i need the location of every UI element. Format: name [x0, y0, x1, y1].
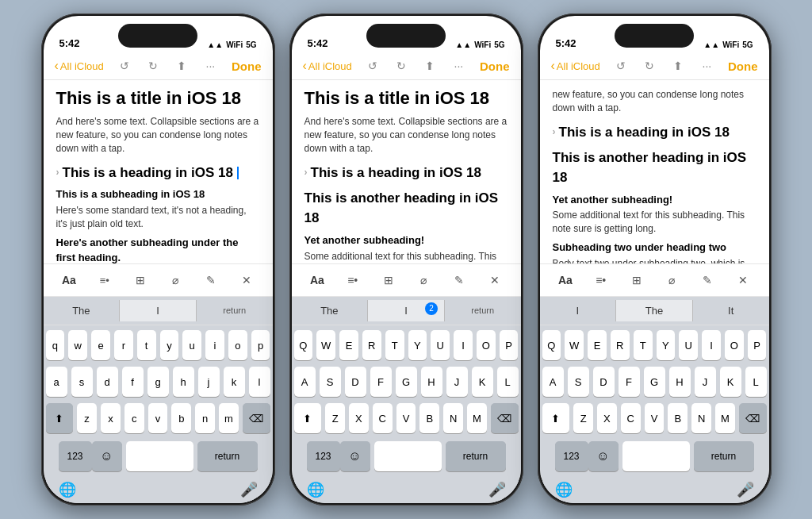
- key-E-3[interactable]: E: [588, 330, 607, 360]
- key-Z-2[interactable]: Z: [325, 403, 345, 433]
- key-K-3[interactable]: K: [720, 367, 741, 397]
- done-button-2[interactable]: Done: [480, 60, 510, 73]
- key-L-2[interactable]: L: [497, 367, 519, 397]
- key-l-1[interactable]: l: [249, 367, 270, 397]
- key-I-2[interactable]: I: [454, 330, 473, 360]
- done-button-1[interactable]: Done: [232, 60, 262, 73]
- key-F-3[interactable]: F: [619, 367, 640, 397]
- mic-icon-1[interactable]: 🎤: [240, 481, 258, 498]
- format-table-2[interactable]: ⊞: [376, 269, 401, 291]
- key-C-3[interactable]: C: [621, 403, 641, 433]
- globe-icon-2[interactable]: 🌐: [307, 481, 324, 498]
- key-J-2[interactable]: J: [446, 367, 468, 397]
- key-numbers-2[interactable]: 123: [307, 441, 340, 471]
- key-A-2[interactable]: A: [294, 367, 316, 397]
- key-D-3[interactable]: D: [593, 367, 615, 397]
- back-button-1[interactable]: ‹ All iCloud: [55, 59, 104, 73]
- key-R-2[interactable]: R: [362, 330, 381, 360]
- key-O-2[interactable]: O: [477, 330, 496, 360]
- key-Y-3[interactable]: Y: [657, 330, 676, 360]
- share-icon-3[interactable]: ⬆: [669, 57, 687, 75]
- key-s-1[interactable]: s: [71, 367, 93, 397]
- key-y-1[interactable]: y: [160, 330, 179, 360]
- key-F-2[interactable]: F: [370, 367, 392, 397]
- format-aa-1[interactable]: Aa: [56, 269, 82, 291]
- key-e-1[interactable]: e: [91, 330, 110, 360]
- format-pen-3[interactable]: ✎: [695, 269, 720, 291]
- more-icon-2[interactable]: ···: [450, 57, 467, 75]
- key-B-3[interactable]: B: [668, 403, 688, 433]
- key-f-1[interactable]: f: [122, 367, 144, 397]
- undo-icon-1[interactable]: ↺: [116, 57, 133, 75]
- key-M-2[interactable]: M: [467, 403, 487, 433]
- format-pen-1[interactable]: ✎: [198, 269, 224, 291]
- key-I-3[interactable]: I: [702, 330, 721, 360]
- key-W-3[interactable]: W: [565, 330, 584, 360]
- key-R-3[interactable]: R: [611, 330, 630, 360]
- key-T-2[interactable]: T: [385, 330, 404, 360]
- key-V-2[interactable]: V: [396, 403, 416, 433]
- undo-icon-2[interactable]: ↺: [364, 57, 381, 75]
- key-S-2[interactable]: S: [320, 367, 341, 397]
- predictive-1b[interactable]: I: [120, 300, 197, 322]
- key-x-1[interactable]: x: [101, 403, 121, 433]
- key-O-3[interactable]: O: [725, 330, 744, 360]
- key-space-1[interactable]: [126, 441, 193, 471]
- key-z-1[interactable]: z: [77, 403, 97, 433]
- key-w-1[interactable]: w: [68, 330, 87, 360]
- format-table-3[interactable]: ⊞: [624, 269, 649, 291]
- predictive-2b[interactable]: I 2: [368, 300, 445, 322]
- key-E-2[interactable]: E: [339, 330, 358, 360]
- key-return-3[interactable]: return: [694, 441, 754, 471]
- key-V-3[interactable]: V: [645, 403, 665, 433]
- key-shift-2[interactable]: ⬆: [294, 403, 322, 433]
- key-Z-3[interactable]: Z: [573, 403, 593, 433]
- key-return-2[interactable]: return: [446, 441, 506, 471]
- format-attach-1[interactable]: ⌀: [163, 269, 188, 291]
- key-o-1[interactable]: o: [228, 330, 247, 360]
- mic-icon-3[interactable]: 🎤: [737, 481, 754, 498]
- key-U-2[interactable]: U: [431, 330, 450, 360]
- key-backspace-3[interactable]: ⌫: [739, 403, 767, 433]
- key-b-1[interactable]: b: [171, 403, 191, 433]
- key-a-1[interactable]: a: [46, 367, 67, 397]
- predictive-1c[interactable]: return: [197, 301, 273, 321]
- key-return-1[interactable]: return: [197, 441, 258, 471]
- back-button-3[interactable]: ‹ All iCloud: [551, 59, 600, 73]
- key-H-2[interactable]: H: [421, 367, 442, 397]
- key-D-2[interactable]: D: [345, 367, 366, 397]
- key-X-3[interactable]: X: [597, 403, 617, 433]
- key-Y-2[interactable]: Y: [408, 330, 427, 360]
- key-K-2[interactable]: K: [472, 367, 493, 397]
- key-emoji-1[interactable]: ☺: [92, 441, 122, 471]
- key-A-3[interactable]: A: [542, 367, 564, 397]
- predictive-3a[interactable]: I: [540, 300, 617, 322]
- share-icon-2[interactable]: ⬆: [421, 57, 439, 75]
- key-Q-2[interactable]: Q: [294, 330, 313, 360]
- predictive-3c[interactable]: It: [693, 300, 769, 322]
- predictive-2a[interactable]: The: [292, 300, 369, 322]
- format-close-2[interactable]: ✕: [482, 269, 508, 291]
- key-W-2[interactable]: W: [316, 330, 335, 360]
- key-X-2[interactable]: X: [349, 403, 369, 433]
- format-pen-2[interactable]: ✎: [446, 269, 472, 291]
- key-N-2[interactable]: N: [443, 403, 463, 433]
- key-S-3[interactable]: S: [568, 367, 589, 397]
- back-button-2[interactable]: ‹ All iCloud: [303, 59, 352, 73]
- predictive-3b[interactable]: The: [616, 300, 693, 322]
- key-G-3[interactable]: G: [644, 367, 665, 397]
- key-T-3[interactable]: T: [634, 330, 653, 360]
- undo-icon-3[interactable]: ↺: [612, 57, 630, 75]
- key-g-1[interactable]: g: [147, 367, 169, 397]
- key-space-3[interactable]: [622, 441, 690, 471]
- share-icon-1[interactable]: ⬆: [173, 57, 190, 75]
- key-j-1[interactable]: j: [198, 367, 220, 397]
- key-c-1[interactable]: c: [124, 403, 144, 433]
- redo-icon-1[interactable]: ↻: [144, 57, 162, 75]
- redo-icon-2[interactable]: ↻: [393, 57, 410, 75]
- predictive-2c[interactable]: return: [445, 301, 521, 321]
- key-emoji-3[interactable]: ☺: [588, 441, 619, 471]
- key-r-1[interactable]: r: [114, 330, 133, 360]
- key-L-3[interactable]: L: [745, 367, 767, 397]
- key-t-1[interactable]: t: [137, 330, 156, 360]
